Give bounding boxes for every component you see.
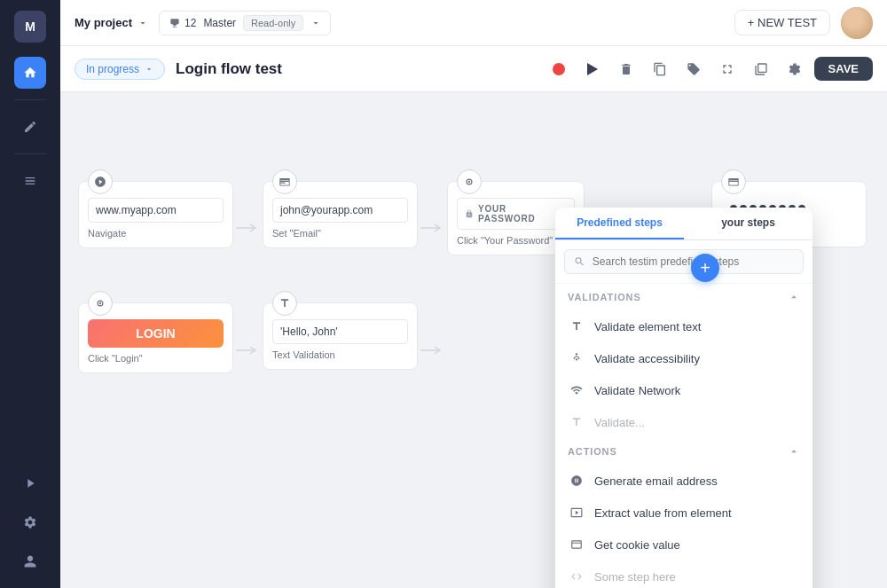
toolbar-icons: SAVE <box>545 55 873 83</box>
sidebar-item-edit[interactable] <box>14 111 46 143</box>
panel-search <box>555 240 812 284</box>
sidebar-item-settings[interactable] <box>14 506 46 538</box>
delete-button[interactable] <box>612 55 640 83</box>
project-name: My project <box>75 16 132 29</box>
validate-fade-label: Validate... <box>594 416 645 429</box>
new-test-button[interactable]: + NEW TEST <box>734 10 830 35</box>
click-password-step-icon <box>457 169 482 194</box>
generate-email-icon <box>568 472 585 490</box>
search-box <box>564 249 804 274</box>
navigate-label: Navigate <box>88 228 224 239</box>
validate-network-icon <box>568 381 585 399</box>
duplicate-button[interactable] <box>747 55 775 83</box>
avatar[interactable] <box>841 7 873 39</box>
sidebar-item-user[interactable] <box>14 545 46 577</box>
text-validation-value: 'Hello, John' <box>272 319 408 344</box>
generate-email-item[interactable]: Generate email address <box>555 465 812 497</box>
status-badge[interactable]: In progress <box>75 59 165 80</box>
record-dot-icon <box>553 63 565 75</box>
text-validation-label: Text Validation <box>272 349 408 360</box>
status-label: In progress <box>86 63 139 75</box>
sidebar-divider-1 <box>14 99 46 100</box>
get-cookie-icon <box>568 536 585 553</box>
validate-accessibility-icon <box>568 349 585 367</box>
copy-button[interactable] <box>646 55 674 83</box>
sidebar-logo[interactable]: M <box>14 11 46 43</box>
navigate-step-icon <box>88 169 113 194</box>
some-step-item[interactable]: Some step here <box>555 561 812 588</box>
arrow-5 <box>420 343 447 357</box>
generate-email-label: Generate email address <box>594 474 718 488</box>
step-click-login[interactable]: LOGIN Click "Login" <box>78 302 233 373</box>
extract-value-label: Extract value from element <box>594 506 732 520</box>
branch-count-num: 12 <box>184 17 196 29</box>
svg-point-8 <box>99 302 101 304</box>
arrow-2 <box>420 221 447 235</box>
extract-value-icon <box>568 504 585 521</box>
validations-collapse-icon[interactable] <box>788 291 800 303</box>
validate-text-icon <box>568 318 585 335</box>
password-step-icon <box>721 169 746 194</box>
validate-network-item[interactable]: Validate Network <box>555 374 812 406</box>
play-button[interactable] <box>578 55 607 83</box>
sidebar-item-home[interactable] <box>14 57 46 89</box>
actions-collapse-icon[interactable] <box>788 445 800 458</box>
tag-button[interactable] <box>679 55 708 83</box>
svg-rect-2 <box>280 183 286 184</box>
sidebar-divider-2 <box>14 153 46 154</box>
tab-predefined[interactable]: Predefined steps <box>555 208 684 239</box>
click-login-label: Click "Login" <box>88 353 224 364</box>
read-only-badge: Read-only <box>243 15 303 31</box>
canvas: www.myapp.com Navigate john@yourapp.com <box>60 92 887 588</box>
validations-title: VALIDATIONS <box>568 292 641 302</box>
extract-value-item[interactable]: Extract value from element <box>555 497 812 529</box>
sidebar-item-list[interactable] <box>14 165 46 197</box>
sidebar-item-play[interactable] <box>14 467 46 499</box>
get-cookie-label: Get cookie value <box>594 538 680 552</box>
branch-name: Master <box>203 17 236 29</box>
validate-fade-item[interactable]: Validate... <box>555 406 812 438</box>
project-selector[interactable]: My project <box>75 16 148 29</box>
topbar: My project 12 Master Read-only + NEW TES… <box>60 0 887 46</box>
arrow-1 <box>236 221 263 235</box>
login-step-icon <box>88 291 113 316</box>
panel-content: VALIDATIONS Validate element text Val <box>555 284 812 588</box>
branch-count: 12 <box>169 17 196 29</box>
actions-section-header: ACTIONS <box>555 438 812 465</box>
login-button-mock: LOGIN <box>88 319 224 348</box>
text-validation-step-icon <box>272 291 297 316</box>
validate-accessibility-label: Validate accessibility <box>594 352 700 365</box>
new-test-label: + NEW TEST <box>748 16 817 29</box>
tab-your-steps[interactable]: your steps <box>684 208 812 239</box>
email-step-icon <box>272 169 297 194</box>
test-title: Login flow test <box>176 60 282 78</box>
save-button[interactable]: SAVE <box>814 57 873 81</box>
add-step-button[interactable]: + <box>691 254 719 282</box>
expand-button[interactable] <box>713 55 742 83</box>
secondary-bar: In progress Login flow test <box>60 46 887 92</box>
step-set-email[interactable]: john@yourapp.com Set "Email" <box>263 181 418 248</box>
validate-element-text-item[interactable]: Validate element text <box>555 310 812 342</box>
panel-tabs: Predefined steps your steps <box>555 208 812 240</box>
arrow-4 <box>236 343 263 357</box>
svg-rect-6 <box>729 181 739 182</box>
record-button[interactable] <box>545 55 573 83</box>
avatar-image <box>841 7 873 39</box>
validate-network-label: Validate Network <box>594 384 680 397</box>
svg-rect-1 <box>280 181 290 182</box>
predefined-steps-panel: Predefined steps your steps VALIDATIONS <box>555 208 812 588</box>
navigate-url: www.myapp.com <box>88 198 224 223</box>
svg-point-4 <box>468 181 470 183</box>
branch-info[interactable]: 12 Master Read-only <box>159 11 331 35</box>
some-step-icon <box>568 568 585 585</box>
sidebar: M <box>0 0 60 588</box>
set-email-value: john@yourapp.com <box>272 198 408 223</box>
step-text-validation[interactable]: 'Hello, John' Text Validation <box>263 302 418 370</box>
set-email-label: Set "Email" <box>272 228 408 239</box>
settings-button[interactable] <box>781 55 809 83</box>
validate-fade-icon <box>568 413 585 431</box>
get-cookie-item[interactable]: Get cookie value <box>555 529 812 561</box>
some-step-label: Some step here <box>594 570 676 584</box>
validate-accessibility-item[interactable]: Validate accessibility <box>555 342 812 374</box>
step-navigate[interactable]: www.myapp.com Navigate <box>78 181 233 248</box>
